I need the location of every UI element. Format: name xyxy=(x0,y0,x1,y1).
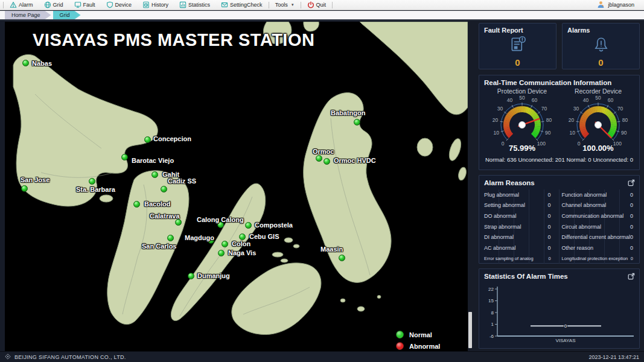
comm-stat: Normal: 0 xyxy=(566,156,591,163)
svg-text:70: 70 xyxy=(617,106,623,112)
alarm-reason-value: 0 xyxy=(630,192,634,198)
alarm-reason-row: Other reason0 xyxy=(562,243,634,253)
map-islands xyxy=(5,22,468,351)
toolbar-separator xyxy=(332,2,333,8)
svg-text:50: 50 xyxy=(595,95,601,101)
legend-item-abnormal: Abnormal xyxy=(396,342,440,350)
gauge-name: Protection Device xyxy=(497,87,547,95)
alarm-reason-value: 0 xyxy=(548,245,552,251)
station-marker-barotac-viejo[interactable] xyxy=(121,154,128,160)
svg-text:60: 60 xyxy=(608,97,614,103)
station-label: Sta. Barbara xyxy=(76,186,115,193)
settingcheck-menu-button[interactable]: SettingCheck xyxy=(215,0,268,10)
statistics-menu-button[interactable]: Statistics xyxy=(174,0,215,10)
alarm-statistics-title: Statistics Of Alarm Times xyxy=(484,273,634,280)
pms-application: AlarmGridFaultDeviceHistoryStatisticsSet… xyxy=(0,0,644,362)
device-menu-button[interactable]: Device xyxy=(101,0,138,10)
alarm-reasons-left-column: Plug abnormal0Setting abnormal0DO abnorm… xyxy=(484,189,560,264)
station-marker-babatngon[interactable] xyxy=(354,119,360,125)
tools-menu-button[interactable]: Tools ▼ xyxy=(270,0,300,10)
status-bar: BEIJING SIFANG AUTOMATION CO., LTD. 2023… xyxy=(0,351,644,362)
station-label: Ormoc xyxy=(313,148,334,155)
main-toolbar: AlarmGridFaultDeviceHistoryStatisticsSet… xyxy=(0,0,644,10)
alarm-reasons-right-column: Function abnormal0Channel abnormal0Commu… xyxy=(560,189,634,264)
station-marker-ormoc[interactable] xyxy=(316,155,322,162)
station-marker-concepcion[interactable] xyxy=(144,136,151,143)
station-marker-cadiz-ss[interactable] xyxy=(161,186,167,192)
user-menu[interactable]: jblagnason xyxy=(597,1,634,10)
map-canvas[interactable]: VISAYAS PMS MASTER STATION NabasSan Jose… xyxy=(5,22,468,351)
station-marker-compostela[interactable] xyxy=(245,222,252,229)
alarm-reason-label: DI abnormal xyxy=(484,234,514,240)
station-label: Magdugo xyxy=(185,234,214,241)
tab-grid[interactable]: Grid xyxy=(53,11,81,19)
station-label: San Carlos xyxy=(142,243,176,250)
alarms-card[interactable]: Alarms 0 xyxy=(562,23,640,69)
alarm-reason-value: 0 xyxy=(630,213,634,219)
station-marker-san-jose[interactable] xyxy=(21,185,28,192)
legend-label: Abnormal xyxy=(409,343,440,350)
statistics-icon xyxy=(179,1,187,8)
toolbar-separator xyxy=(3,2,4,8)
station-marker-colon[interactable] xyxy=(222,241,228,247)
station-marker-san-carlos[interactable] xyxy=(167,235,174,241)
station-label: Compostela xyxy=(255,221,293,229)
mail-icon xyxy=(221,1,228,8)
station-marker-cebu-gis[interactable] xyxy=(239,233,246,240)
svg-text:70: 70 xyxy=(541,106,547,112)
alarm-reason-value: 0 xyxy=(630,245,634,251)
map-title: VISAYAS PMS MASTER STATION xyxy=(33,30,314,50)
alarm-reason-value: 0 xyxy=(548,224,552,230)
svg-text:VISAYAS: VISAYAS xyxy=(555,338,575,343)
grid-menu-button[interactable]: Grid xyxy=(39,0,69,10)
status-datetime: 2023-12-21 13:47:21 xyxy=(588,354,639,360)
alarm-reason-row: Communication abnormal0 xyxy=(562,211,634,221)
history-icon xyxy=(142,1,150,8)
tab-home-page[interactable]: Home Page xyxy=(5,11,51,19)
station-marker-nabas[interactable] xyxy=(22,60,29,66)
svg-text:8: 8 xyxy=(491,310,494,316)
svg-text:20: 20 xyxy=(493,117,499,123)
alarm-reason-label: Plug abnormal xyxy=(484,192,519,198)
alarm-menu-button[interactable]: Alarm xyxy=(4,0,39,10)
quit-button[interactable]: Quit xyxy=(302,0,332,10)
legend-label: Normal xyxy=(409,331,432,338)
station-marker-dumanjug[interactable] xyxy=(188,273,194,279)
station-label: Calatrava xyxy=(150,212,180,220)
station-label: Babatngon xyxy=(331,109,365,116)
alarm-reason-value: 0 xyxy=(631,256,634,261)
comm-section: Real-Time Communication Information Prot… xyxy=(479,75,640,170)
alarm-reason-row: AC abnormal0 xyxy=(484,243,552,253)
station-marker-naga-vis[interactable] xyxy=(218,250,225,256)
station-marker-ormoc-hvdc[interactable] xyxy=(324,158,330,165)
alarm-reasons-expand-button[interactable] xyxy=(628,179,635,186)
expand-icon xyxy=(628,179,635,186)
fault-menu-button[interactable]: Fault xyxy=(69,0,101,10)
station-marker-gahit[interactable] xyxy=(151,171,158,178)
power-icon xyxy=(307,1,314,8)
station-marker-bacolod[interactable] xyxy=(133,201,140,208)
fault-report-card[interactable]: Fault Report 0 xyxy=(479,23,556,69)
svg-text:15: 15 xyxy=(488,298,494,303)
panel-scrollbar[interactable] xyxy=(468,312,472,348)
station-marker-maasin[interactable] xyxy=(339,255,345,261)
company-name: BEIJING SIFANG AUTOMATION CO., LTD. xyxy=(14,354,126,360)
alarm-reason-row: Strap abnormal0 xyxy=(484,221,552,232)
alarm-icon xyxy=(10,1,17,8)
chevron-down-icon: ▼ xyxy=(291,3,295,7)
alarm-reason-label: Communication abnormal xyxy=(562,213,624,219)
station-label: Cadiz SS xyxy=(168,177,196,185)
toolbar-separator xyxy=(301,2,301,8)
alarm-statistics-expand-button[interactable] xyxy=(628,273,635,280)
alarm-reason-row: Longitudinal protection exception0 xyxy=(562,253,634,264)
comm-stats-row: Normal: 636Unconnected: 201Normal: 0Unco… xyxy=(484,156,634,163)
station-marker-calatrava[interactable] xyxy=(175,219,182,226)
sifang-logo-icon xyxy=(5,354,11,361)
gauge-recorder-device: Recorder Device 0102030405060708090100 1… xyxy=(560,87,636,153)
history-menu-button[interactable]: History xyxy=(137,0,174,10)
station-marker-sta-barbara[interactable] xyxy=(89,178,95,185)
shield-icon xyxy=(106,1,113,8)
station-label: Naga Vis xyxy=(228,249,256,256)
fault-report-value: 0 xyxy=(515,57,520,68)
svg-text:100: 100 xyxy=(537,141,546,147)
